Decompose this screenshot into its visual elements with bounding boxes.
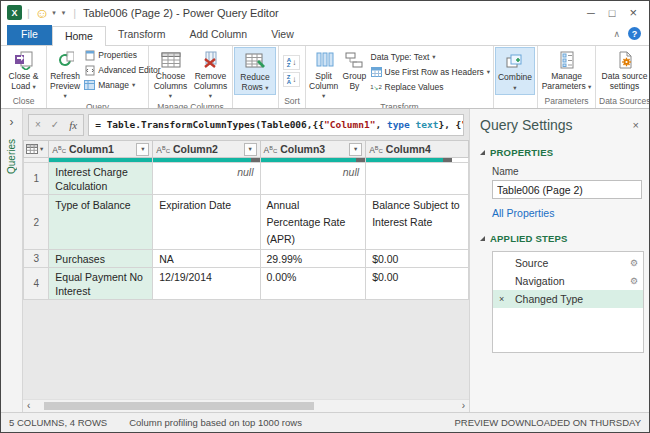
expand-queries-pane-icon[interactable]: › — [10, 115, 14, 129]
row-number[interactable]: 4 — [24, 268, 49, 300]
tab-file[interactable]: File — [7, 25, 52, 45]
sort-arrow-icon: ↓ — [292, 58, 296, 67]
split-column-button[interactable]: Split Column ▾ — [307, 47, 340, 101]
close-icon[interactable]: × — [629, 5, 637, 20]
query-name-input[interactable] — [492, 180, 642, 199]
advanced-editor-icon — [84, 65, 95, 76]
applied-steps-section-header[interactable]: APPLIED STEPS — [480, 233, 639, 244]
cell[interactable]: $0.00 — [366, 268, 469, 300]
cell[interactable]: null — [260, 163, 366, 195]
sort-descending-button[interactable]: ZA ↓ — [283, 72, 300, 87]
cell[interactable]: Type of Balance — [49, 195, 153, 250]
dropdown-caret-icon: ▾ — [132, 81, 135, 89]
cell[interactable]: Purchases — [49, 250, 153, 268]
scrollbar-thumb[interactable] — [44, 402, 314, 410]
step-settings-gear-icon[interactable]: ⚙ — [630, 276, 638, 286]
scroll-left-icon[interactable]: ‹ — [27, 401, 30, 411]
column-header-column1[interactable]: ABC Column1 ▾ — [49, 141, 153, 158]
quality-bar-column1 — [49, 158, 152, 162]
collapse-ribbon-icon[interactable]: ∧ — [613, 29, 620, 39]
feedback-smiley-icon[interactable]: ☺ — [35, 6, 49, 20]
dropdown-caret-icon: ▾ — [432, 53, 435, 61]
data-source-settings-icon — [614, 49, 636, 71]
fx-icon: fx — [69, 119, 77, 131]
step-changed-type[interactable]: × Changed Type — [493, 290, 643, 308]
use-first-row-as-headers-button[interactable]: Use First Row as Headers ▾ — [371, 65, 490, 79]
formula-input[interactable]: = Table.TransformColumnTypes(Table006,{{… — [88, 114, 464, 136]
column-header-column3[interactable]: ABC Column3 ▾ — [260, 141, 366, 158]
group-by-button[interactable]: Group By — [340, 47, 368, 101]
cell[interactable]: Interest Charge Calculation — [49, 163, 153, 195]
filter-dropdown-icon[interactable]: ▾ — [244, 143, 257, 156]
cell[interactable]: 12/19/2014 — [153, 268, 260, 300]
refresh-icon — [54, 49, 76, 71]
cell[interactable]: 0.00% — [260, 268, 366, 300]
ribbon-group-close: Close & Load ▾ Close — [1, 46, 47, 108]
cell[interactable] — [366, 163, 469, 195]
dropdown-caret-icon: ▾ — [63, 92, 66, 99]
cell[interactable]: $0.00 — [366, 250, 469, 268]
quick-access-caret-icon[interactable]: ▾ — [62, 9, 66, 17]
row-number[interactable]: 2 — [24, 195, 49, 250]
data-source-settings-button[interactable]: Data source settings — [598, 47, 650, 95]
panel-close-icon[interactable]: × — [633, 119, 639, 131]
scroll-right-icon[interactable]: › — [462, 401, 465, 411]
cell[interactable]: NA — [153, 250, 260, 268]
text-type-icon: ABC — [52, 145, 66, 154]
reduce-rows-button[interactable]: Reduce Rows ▾ — [234, 47, 276, 95]
formula-check-icon[interactable]: ✓ — [51, 119, 59, 130]
sort-ascending-button[interactable]: AZ ↓ — [283, 55, 300, 70]
tab-transform[interactable]: Transform — [106, 25, 177, 45]
ribbon-group-parameters: Manage Parameters ▾ Parameters — [538, 46, 596, 108]
column-header-column2[interactable]: ABC Column2 ▾ — [153, 141, 260, 158]
queries-pane-label[interactable]: Queries — [6, 139, 17, 174]
properties-icon — [84, 50, 95, 61]
help-icon[interactable]: ? — [628, 27, 641, 40]
tab-home[interactable]: Home — [52, 26, 106, 46]
group-label-transform: Transform — [307, 101, 492, 110]
step-source[interactable]: Source ⚙ — [493, 254, 643, 272]
manage-parameters-icon — [556, 49, 578, 71]
smiley-dropdown-caret-icon[interactable]: ▾ — [52, 9, 56, 17]
quality-bar-column2 — [153, 158, 259, 162]
group-label-close: Close — [2, 95, 45, 108]
replace-values-button[interactable]: 1↘2 Replace Values — [371, 80, 490, 94]
all-properties-link[interactable]: All Properties — [492, 207, 639, 219]
properties-section-header[interactable]: PROPERTIES — [480, 147, 639, 158]
cell[interactable]: null — [153, 163, 260, 195]
maximize-icon[interactable]: □ — [609, 7, 616, 19]
quality-bar-column3 — [261, 158, 366, 162]
remove-columns-button[interactable]: Remove Columns ▾ — [191, 47, 231, 101]
filter-dropdown-icon[interactable]: ▾ — [349, 143, 362, 156]
table-corner-menu[interactable]: ▾ — [24, 141, 49, 158]
cell[interactable]: Equal Payment No Interest — [49, 268, 153, 300]
tab-add-column[interactable]: Add Column — [177, 25, 259, 45]
step-navigation[interactable]: Navigation ⚙ — [493, 272, 643, 290]
ribbon-group-query: Refresh Preview ▾ Properties Advanced Ed… — [47, 46, 149, 108]
dropdown-caret-icon: ▾ — [487, 68, 490, 76]
row-number[interactable]: 1 — [24, 163, 49, 195]
row-number[interactable]: 3 — [24, 250, 49, 268]
step-settings-gear-icon[interactable]: ⚙ — [630, 258, 638, 268]
cell[interactable]: Expiration Date — [153, 195, 260, 250]
horizontal-scrollbar[interactable]: ‹ › — [23, 399, 469, 412]
cell[interactable]: 29.99% — [260, 250, 366, 268]
tab-view[interactable]: View — [259, 25, 306, 45]
column-header-column4[interactable]: ABC Column4 — [366, 141, 469, 158]
cell[interactable]: Balance Subject to Interest Rate — [366, 195, 469, 250]
minimize-icon[interactable]: ─ — [587, 7, 595, 19]
refresh-preview-button[interactable]: Refresh Preview ▾ — [48, 47, 82, 101]
combine-icon — [504, 50, 526, 72]
status-profiling-info[interactable]: Column profiling based on top 1000 rows — [129, 417, 302, 428]
choose-columns-button[interactable]: Choose Columns ▾ — [151, 47, 191, 101]
data-type-button[interactable]: Data Type: Text ▾ — [371, 50, 490, 64]
close-and-load-button[interactable]: Close & Load ▾ — [2, 47, 45, 95]
cell[interactable]: Annual Percentage Rate (APR) — [260, 195, 366, 250]
formula-cancel-icon[interactable]: × — [35, 119, 41, 130]
delete-step-icon[interactable]: × — [499, 294, 509, 304]
filter-dropdown-icon[interactable]: ▾ — [136, 143, 149, 156]
replace-values-icon: 1↘2 — [371, 82, 382, 93]
manage-parameters-button[interactable]: Manage Parameters ▾ — [540, 47, 594, 95]
applied-steps-list: Source ⚙ Navigation ⚙ × Changed Type — [492, 251, 644, 353]
combine-button[interactable]: Combine▾ — [495, 47, 535, 95]
